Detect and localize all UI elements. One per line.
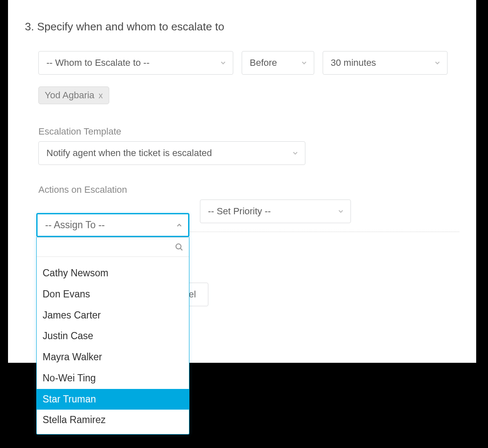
whom-to-escalate-select[interactable]: -- Whom to Escalate to -- — [38, 51, 233, 75]
assign-option[interactable]: Star Truman — [37, 389, 189, 410]
duration-select[interactable]: 30 minutes — [323, 51, 448, 75]
assign-option[interactable]: Don Evans — [37, 284, 189, 305]
assign-options-list: Cathy NewsomDon EvansJames CarterJustin … — [37, 257, 189, 434]
section-title: 3. Specify when and whom to escalate to — [25, 20, 459, 33]
assign-search-row — [37, 237, 189, 257]
template-value: Notify agent when the ticket is escalate… — [46, 148, 212, 159]
svg-line-1 — [181, 248, 183, 250]
section-heading: Specify when and whom to escalate to — [37, 20, 224, 33]
chevron-up-icon — [175, 221, 183, 229]
assign-to-menu: Cathy NewsomDon EvansJames CarterJustin … — [36, 237, 189, 435]
escalatee-chip: Yod Agbaria x — [38, 86, 109, 104]
assign-to-value: -- Assign To -- — [45, 219, 105, 231]
assign-option[interactable]: Justin Case — [37, 326, 189, 347]
assign-to-dropdown: -- Assign To -- Cathy NewsomDon EvansJam… — [36, 213, 189, 435]
chevron-down-icon — [337, 208, 345, 215]
actions-label: Actions on Escalation — [38, 184, 459, 195]
assign-search-input[interactable] — [37, 237, 189, 256]
chevron-down-icon — [291, 149, 299, 157]
remove-chip-icon[interactable]: x — [99, 91, 103, 100]
priority-value: -- Set Priority -- — [208, 206, 271, 217]
escalate-target-row: -- Whom to Escalate to -- Before 30 minu… — [38, 51, 459, 75]
svg-point-0 — [176, 244, 181, 249]
assign-option[interactable]: No-Wei Ting — [37, 368, 189, 389]
chevron-down-icon — [300, 59, 308, 67]
priority-select[interactable]: -- Set Priority -- — [200, 200, 351, 223]
whom-to-escalate-value: -- Whom to Escalate to -- — [46, 57, 150, 68]
template-label: Escalation Template — [38, 126, 459, 137]
chevron-down-icon — [434, 59, 441, 67]
chip-label: Yod Agbaria — [45, 90, 94, 101]
assign-option[interactable]: Cathy Newsom — [37, 263, 189, 284]
when-select[interactable]: Before — [242, 51, 314, 75]
template-select[interactable]: Notify agent when the ticket is escalate… — [38, 141, 305, 165]
when-value: Before — [250, 57, 277, 68]
template-block: Escalation Template Notify agent when th… — [38, 126, 459, 165]
assign-to-select[interactable]: -- Assign To -- — [36, 213, 189, 237]
duration-value: 30 minutes — [331, 57, 376, 68]
assign-option[interactable]: Mayra Walker — [37, 347, 189, 368]
search-icon — [175, 243, 184, 252]
assign-option[interactable]: James Carter — [37, 305, 189, 326]
section-number: 3. — [25, 20, 34, 33]
assign-option[interactable]: Stella Ramirez — [37, 410, 189, 431]
chevron-down-icon — [219, 59, 227, 67]
